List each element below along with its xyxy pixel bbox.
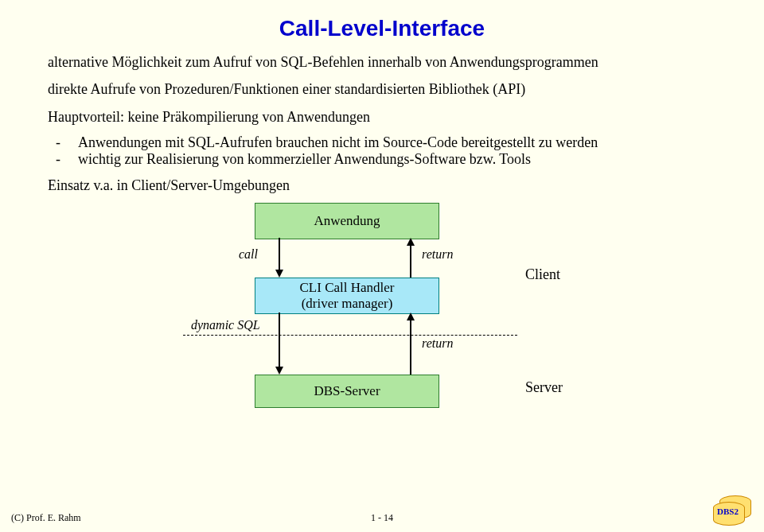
- paragraph-2: direkte Aufrufe von Prozeduren/Funktione…: [48, 80, 716, 99]
- client-server-divider: [183, 335, 517, 336]
- sub-bullet-1-text: Anwendungen mit SQL-Aufrufen brauchen ni…: [78, 134, 716, 151]
- slide-title: Call-Level-Interface: [48, 16, 716, 41]
- label-call: call: [239, 247, 258, 262]
- sub-bullet-2: - wichtig zur Realisierung von kommerzie…: [56, 151, 716, 168]
- bullet-dash: -: [56, 134, 78, 151]
- arrow-return2-line: [410, 319, 411, 375]
- db-icon-label: DBS2: [717, 507, 739, 516]
- box-anwendung: Anwendung: [255, 203, 439, 239]
- arrow-call-line: [279, 238, 280, 271]
- arrow-return2-head: [407, 313, 415, 320]
- sub-bullet-2-text: wichtig zur Realisierung von kommerziell…: [78, 151, 716, 168]
- cli-handler-line2: (driver manager): [302, 296, 393, 312]
- label-dynsql: dynamic SQL: [191, 318, 260, 332]
- box-dbs-server: DBS-Server: [255, 375, 439, 408]
- paragraph-1: alternative Möglichkeit zum Aufruf von S…: [48, 52, 716, 72]
- db-icon: DBS2: [713, 495, 751, 526]
- arrow-call-head: [275, 270, 283, 278]
- label-return2: return: [422, 336, 453, 351]
- arrow-return1-line: [410, 244, 411, 278]
- paragraph-4: Einsatz v.a. in Client/Server-Umgebungen: [48, 176, 716, 195]
- label-server: Server: [525, 379, 563, 396]
- label-return1: return: [422, 247, 453, 262]
- sub-bullet-1: - Anwendungen mit SQL-Aufrufen brauchen …: [56, 134, 716, 151]
- arrow-dynsql-line: [279, 313, 280, 368]
- arrow-dynsql-head: [275, 367, 283, 375]
- footer-page-number: 1 - 14: [0, 512, 764, 524]
- arrow-return1-head: [407, 238, 415, 246]
- paragraph-3: Hauptvorteil: keine Präkompilierung von …: [48, 107, 716, 126]
- cli-handler-line1: CLI Call Handler: [300, 280, 395, 296]
- bullet-dash: -: [56, 151, 78, 168]
- box-cli-handler: CLI Call Handler (driver manager): [255, 278, 439, 314]
- label-client: Client: [525, 266, 560, 283]
- architecture-diagram: Anwendung CLI Call Handler (driver manag…: [143, 203, 621, 410]
